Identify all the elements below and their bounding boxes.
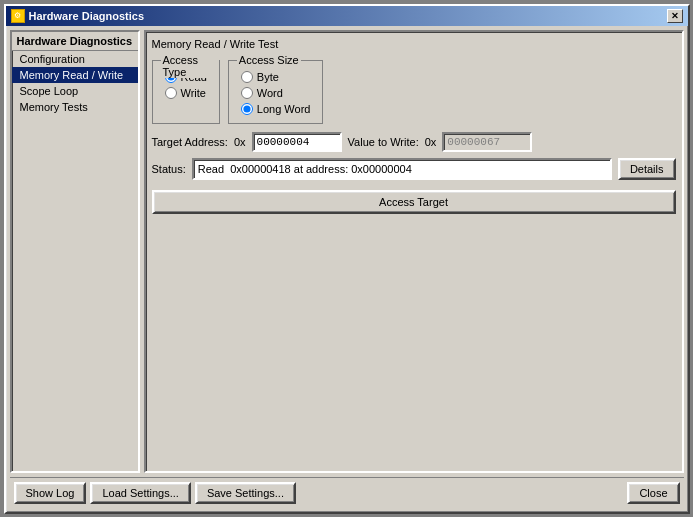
status-row: Status: Details bbox=[152, 158, 676, 180]
radio-write-label: Write bbox=[181, 87, 206, 99]
title-bar-left: ⚙ Hardware Diagnostics bbox=[11, 9, 145, 23]
window-title: Hardware Diagnostics bbox=[29, 10, 145, 22]
access-type-group: Access Type Read Write bbox=[152, 60, 220, 124]
panel-title: Memory Read / Write Test bbox=[152, 38, 676, 50]
radio-write-input[interactable] bbox=[165, 87, 177, 99]
sidebar-item-scope-loop[interactable]: Scope Loop bbox=[12, 83, 138, 99]
target-address-input[interactable] bbox=[252, 132, 342, 152]
value-to-write-label: Value to Write: bbox=[348, 136, 419, 148]
show-log-button[interactable]: Show Log bbox=[14, 482, 87, 504]
window-close-button[interactable]: ✕ bbox=[667, 9, 683, 23]
value-to-write-prefix: 0x bbox=[425, 136, 437, 148]
value-to-write-input bbox=[442, 132, 532, 152]
access-size-label: Access Size bbox=[237, 54, 301, 66]
top-area: Hardware Diagnostics Configuration Memor… bbox=[10, 30, 684, 473]
radio-long-word[interactable]: Long Word bbox=[241, 103, 311, 115]
save-settings-button[interactable]: Save Settings... bbox=[195, 482, 296, 504]
status-label: Status: bbox=[152, 163, 186, 175]
radio-word-label: Word bbox=[257, 87, 283, 99]
title-bar: ⚙ Hardware Diagnostics ✕ bbox=[6, 6, 688, 26]
sidebar-item-memory-read-write[interactable]: Memory Read / Write bbox=[12, 67, 138, 83]
radio-long-word-input[interactable] bbox=[241, 103, 253, 115]
access-size-group: Access Size Byte Word bbox=[228, 60, 324, 124]
target-address-prefix: 0x bbox=[234, 136, 246, 148]
access-type-label: Access Type bbox=[161, 54, 219, 78]
access-size-radio-group: Byte Word Long Word bbox=[241, 71, 311, 115]
sidebar-header: Hardware Diagnostics bbox=[12, 32, 138, 51]
radio-byte-label: Byte bbox=[257, 71, 279, 83]
bottom-bar: Show Log Load Settings... Save Settings.… bbox=[10, 477, 684, 508]
sidebar-item-memory-tests[interactable]: Memory Tests bbox=[12, 99, 138, 115]
load-settings-button[interactable]: Load Settings... bbox=[90, 482, 190, 504]
radio-long-word-label: Long Word bbox=[257, 103, 311, 115]
main-panel: Memory Read / Write Test Access Type Rea… bbox=[144, 30, 684, 473]
close-button[interactable]: Close bbox=[627, 482, 679, 504]
window-icon: ⚙ bbox=[11, 9, 25, 23]
main-window: ⚙ Hardware Diagnostics ✕ Hardware Diagno… bbox=[4, 4, 690, 514]
radio-byte-input[interactable] bbox=[241, 71, 253, 83]
access-target-button[interactable]: Access Target bbox=[152, 190, 676, 214]
radio-write[interactable]: Write bbox=[165, 87, 207, 99]
radio-byte[interactable]: Byte bbox=[241, 71, 311, 83]
window-body: Hardware Diagnostics Configuration Memor… bbox=[6, 26, 688, 512]
target-address-label: Target Address: bbox=[152, 136, 228, 148]
radio-word[interactable]: Word bbox=[241, 87, 311, 99]
target-address-row: Target Address: 0x Value to Write: 0x bbox=[152, 132, 676, 152]
access-row: Access Type Read Write bbox=[152, 60, 676, 124]
status-input bbox=[192, 158, 612, 180]
radio-word-input[interactable] bbox=[241, 87, 253, 99]
sidebar: Hardware Diagnostics Configuration Memor… bbox=[10, 30, 140, 473]
sidebar-item-configuration[interactable]: Configuration bbox=[12, 51, 138, 67]
details-button[interactable]: Details bbox=[618, 158, 676, 180]
